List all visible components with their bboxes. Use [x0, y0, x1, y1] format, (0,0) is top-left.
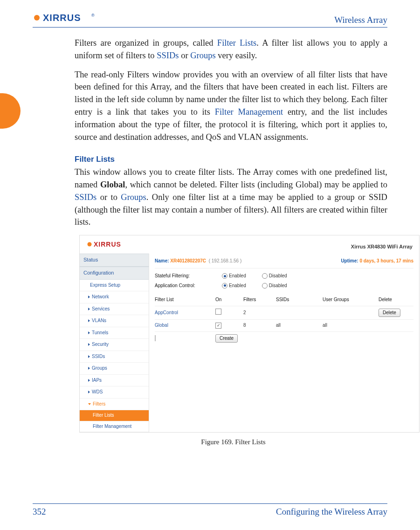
nav-item-services[interactable]: Services: [80, 303, 149, 316]
sidebar-nav: Status Configuration Express Setup Netwo…: [80, 254, 149, 432]
nav-item-filters[interactable]: Filters: [80, 399, 149, 411]
cell-name[interactable]: AppControl: [155, 310, 215, 317]
radio-dot-icon: [222, 283, 227, 289]
col-ssids: SSIDs: [276, 296, 323, 303]
nav-label: Tunnels: [92, 330, 108, 337]
table-row: Global ✓ 8 all all: [155, 320, 413, 332]
nav-item-groups[interactable]: Groups: [80, 363, 149, 375]
link-ssids[interactable]: SSIDs: [157, 51, 179, 60]
chevron-down-icon: [88, 403, 91, 405]
label-appctrl: Application Control:: [155, 282, 215, 289]
chevron-right-icon: [88, 319, 90, 322]
side-tab-decor: [0, 93, 21, 129]
delete-button[interactable]: Delete: [379, 309, 400, 317]
radio-dot-icon: [222, 273, 227, 279]
title-row: Name: XR4012802207C ( 192.168.1.56 ) Upt…: [155, 256, 413, 269]
col-filter-list: Filter List: [155, 296, 215, 303]
chevron-right-icon: [88, 367, 90, 370]
svg-text:XIRRUS: XIRRUS: [94, 241, 121, 248]
cell-name[interactable]: Global: [155, 322, 215, 329]
checkbox-on[interactable]: [215, 309, 221, 315]
cell-groups: all: [323, 322, 379, 329]
name-value: XR4012802207C: [170, 258, 206, 263]
link-ssids-2[interactable]: SSIDs: [75, 193, 96, 202]
screenshot-filter-lists: XIRRUS Xirrus XR4830 WiFi Array Status C…: [79, 235, 420, 433]
table-row-create: Create: [155, 332, 413, 345]
header-product: Wireless Array: [334, 15, 387, 25]
create-button[interactable]: Create: [215, 334, 238, 343]
page-header: XIRRUS ® Wireless Array: [33, 12, 387, 28]
radio-dot-icon: [262, 273, 268, 279]
row-stateful-filtering: Stateful Filtering: Enabled Disabled: [155, 271, 413, 281]
cell-filters: 8: [243, 322, 276, 329]
radio-label: Disabled: [269, 282, 287, 289]
text: , which cannot be deleted. Filter lists …: [125, 180, 387, 189]
device-name: Name: XR4012802207C ( 192.168.1.56 ): [155, 258, 241, 265]
nav-item-ssids[interactable]: SSIDs: [80, 351, 149, 363]
link-groups[interactable]: Groups: [190, 51, 215, 60]
checkbox-on[interactable]: ✓: [215, 323, 221, 329]
row-application-control: Application Control: Enabled Disabled: [155, 281, 413, 291]
name-label: Name:: [155, 258, 169, 263]
cell-ssids: all: [276, 322, 323, 329]
radio-stateful-disabled[interactable]: Disabled: [262, 273, 287, 280]
text: very easily.: [216, 51, 257, 60]
device-model: Xirrus XR4830 WiFi Array: [351, 243, 413, 251]
nav-item-iaps[interactable]: IAPs: [80, 375, 149, 387]
nav-label: Groups: [92, 365, 107, 372]
paragraph-1: Filters are organized in groups, called …: [75, 37, 387, 62]
brand-logo: XIRRUS ®: [33, 12, 98, 25]
uptime-value: 0 days, 3 hours, 17 mins: [359, 258, 413, 263]
nav-label: Services: [92, 306, 110, 313]
text: or to: [96, 193, 121, 202]
col-delete: Delete: [379, 296, 411, 303]
table-row: AppControl 2 Delete: [155, 306, 413, 320]
nav-label: Network: [92, 294, 109, 301]
nav-item-wds[interactable]: WDS: [80, 386, 149, 399]
paragraph-3: This window allows you to create filter …: [75, 166, 387, 228]
chevron-right-icon: [88, 355, 90, 358]
main-panel: Name: XR4012802207C ( 192.168.1.56 ) Upt…: [149, 254, 419, 432]
chevron-right-icon: [88, 391, 90, 393]
nav-item-network[interactable]: Network: [80, 291, 149, 303]
radio-appctrl-enabled[interactable]: Enabled: [222, 282, 246, 289]
chevron-right-icon: [88, 331, 90, 334]
chevron-right-icon: [88, 343, 90, 346]
link-groups-2[interactable]: Groups: [121, 193, 146, 202]
cell-filters: 2: [243, 310, 276, 317]
nav-sub-filter-management[interactable]: Filter Management: [80, 421, 149, 433]
shot-logo: XIRRUS: [86, 240, 131, 251]
col-user-groups: User Groups: [323, 296, 379, 303]
nav-label: Security: [92, 341, 109, 348]
radio-label: Disabled: [269, 273, 287, 280]
nav-item-security[interactable]: Security: [80, 339, 149, 351]
text: or: [179, 51, 191, 60]
nav-section-configuration[interactable]: Configuration: [80, 267, 149, 280]
radio-stateful-enabled[interactable]: Enabled: [222, 273, 246, 280]
nav-label: Filters: [93, 401, 105, 408]
chevron-right-icon: [88, 308, 90, 310]
link-filter-management[interactable]: Filter Management: [215, 107, 283, 117]
document-body: Filters are organized in groups, called …: [75, 37, 387, 447]
nav-sub-filter-lists[interactable]: Filter Lists: [80, 410, 149, 421]
nav-item-express-setup[interactable]: Express Setup: [80, 280, 149, 292]
svg-text:®: ®: [91, 13, 95, 18]
radio-label: Enabled: [229, 273, 246, 280]
new-filter-list-input[interactable]: [155, 335, 156, 341]
uptime-label: Uptime:: [341, 258, 358, 263]
page-number: 352: [33, 507, 46, 517]
uptime: Uptime: 0 days, 3 hours, 17 mins: [341, 258, 413, 265]
radio-dot-icon: [262, 283, 268, 289]
radio-appctrl-disabled[interactable]: Disabled: [262, 282, 287, 289]
table-header: Filter List On Filters SSIDs User Groups…: [155, 294, 413, 306]
footer-section: Configuring the Wireless Array: [276, 507, 387, 517]
paragraph-2: The read-only Filters window provides yo…: [75, 69, 387, 144]
col-on: On: [215, 296, 243, 303]
link-filter-lists[interactable]: Filter Lists: [217, 38, 256, 48]
filter-list-table: Filter List On Filters SSIDs User Groups…: [155, 294, 413, 345]
nav-item-tunnels[interactable]: Tunnels: [80, 327, 149, 339]
nav-item-vlans[interactable]: VLANs: [80, 315, 149, 327]
figure-caption: Figure 169. Filter Lists: [79, 437, 387, 447]
radio-label: Enabled: [229, 282, 246, 289]
nav-section-status[interactable]: Status: [80, 254, 149, 267]
